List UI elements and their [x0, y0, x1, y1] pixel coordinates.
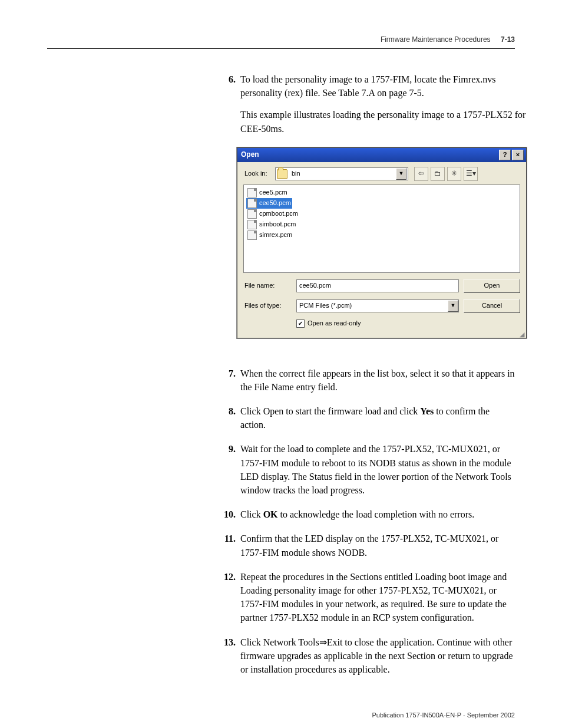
lookin-label: Look in:: [244, 169, 275, 179]
step-text: Click Network Tools⇒Exit to close the ap…: [240, 635, 515, 677]
step-text: When the correct file appears in the lis…: [240, 367, 515, 394]
folder-icon: [277, 169, 287, 179]
cancel-button[interactable]: Cancel: [464, 299, 520, 313]
step-text: Click OK to acknowledge the load complet…: [240, 508, 515, 521]
step-number: 9.: [218, 442, 240, 497]
step-number: 7.: [218, 367, 240, 394]
page-footer: Publication 1757-IN500A-EN-P - September…: [47, 711, 515, 719]
file-item[interactable]: cee5.pcm: [246, 187, 289, 198]
step-text: Confirm that the LED display on the 1757…: [240, 532, 515, 559]
file-icon: [247, 188, 257, 197]
chevron-down-icon[interactable]: ▼: [396, 168, 406, 180]
help-button[interactable]: ?: [499, 150, 511, 160]
file-icon: [247, 220, 257, 229]
file-icon: [247, 199, 257, 208]
step-number: 13.: [218, 635, 240, 677]
step-text: Click Open to start the firmware load an…: [240, 404, 515, 431]
dialog-title: Open: [241, 150, 498, 160]
new-folder-button[interactable]: ✳: [447, 167, 461, 181]
readonly-label: Open as read-only: [308, 319, 361, 328]
filetype-dropdown[interactable]: PCM Files (*.pcm) ▼: [296, 299, 459, 312]
up-folder-button[interactable]: 🗀: [431, 167, 445, 181]
filetype-label: Files of type:: [244, 301, 292, 311]
step-number: 11.: [218, 532, 240, 559]
page-header: Firmware Maintenance Procedures 7-13: [47, 35, 515, 49]
dialog-titlebar[interactable]: Open ? ×: [237, 148, 526, 162]
chevron-down-icon[interactable]: ▼: [448, 300, 458, 312]
back-button[interactable]: ⇦: [414, 167, 428, 181]
file-icon: [247, 209, 257, 219]
file-list-pane[interactable]: cee5.pcm cee50.pcm cpmboot.pcm simboot.p…: [243, 185, 520, 273]
file-item[interactable]: cpmboot.pcm: [246, 209, 299, 219]
close-button[interactable]: ×: [512, 150, 524, 160]
file-item[interactable]: simrex.pcm: [246, 230, 293, 241]
lookin-dropdown[interactable]: bin ▼: [275, 167, 408, 180]
filename-input[interactable]: cee50.pcm: [296, 279, 459, 292]
step-number: 8.: [218, 404, 240, 431]
step-number: 10.: [218, 508, 240, 521]
step-text: To load the personality image to a 1757-…: [240, 74, 495, 98]
step-number: 12.: [218, 570, 240, 625]
filename-label: File name:: [244, 281, 292, 291]
file-item[interactable]: simboot.pcm: [246, 219, 297, 230]
open-button[interactable]: Open: [464, 279, 520, 293]
file-item[interactable]: cee50.pcm: [246, 198, 292, 209]
resize-grip-icon[interactable]: ◢: [237, 332, 526, 338]
open-file-dialog: Open ? × Look in: bin ▼: [237, 147, 527, 338]
view-menu-button[interactable]: ☰▾: [464, 167, 478, 181]
step-text: Repeat the procedures in the Sections en…: [240, 570, 515, 625]
file-icon: [247, 230, 257, 240]
lookin-value: bin: [290, 169, 396, 179]
header-section: Firmware Maintenance Procedures: [381, 35, 491, 44]
step-text: Wait for the load to complete and the 17…: [240, 442, 515, 497]
step-subtext: This example illustrates loading the per…: [240, 108, 527, 135]
readonly-checkbox[interactable]: ✔: [296, 319, 305, 328]
header-pagenum: 7-13: [501, 35, 515, 44]
